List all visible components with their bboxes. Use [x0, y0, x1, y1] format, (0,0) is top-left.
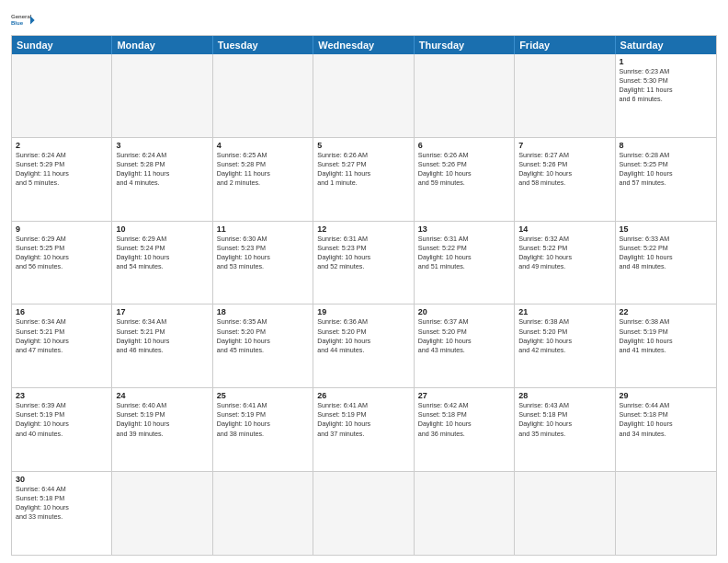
calendar-cell — [415, 472, 515, 555]
cell-info: Sunrise: 6:23 AM Sunset: 5:30 PM Dayligh… — [620, 67, 712, 104]
cell-info: Sunrise: 6:43 AM Sunset: 5:18 PM Dayligh… — [518, 401, 610, 438]
day-number: 6 — [418, 141, 510, 150]
cell-info: Sunrise: 6:24 AM Sunset: 5:28 PM Dayligh… — [116, 151, 208, 188]
calendar-cell — [515, 472, 615, 555]
calendar-row: 30Sunrise: 6:44 AM Sunset: 5:18 PM Dayli… — [12, 471, 716, 555]
day-number: 8 — [620, 141, 712, 150]
cell-info: Sunrise: 6:29 AM Sunset: 5:24 PM Dayligh… — [116, 235, 208, 271]
logo-icon: GeneralBlue — [11, 9, 37, 29]
calendar-body: 1Sunrise: 6:23 AM Sunset: 5:30 PM Daylig… — [12, 54, 716, 555]
cell-info: Sunrise: 6:27 AM Sunset: 5:26 PM Dayligh… — [518, 151, 610, 188]
cell-info: Sunrise: 6:31 AM Sunset: 5:22 PM Dayligh… — [418, 235, 510, 271]
calendar-cell — [213, 54, 313, 137]
day-number: 4 — [217, 141, 309, 150]
calendar-cell — [112, 472, 212, 555]
calendar-cell: 25Sunrise: 6:41 AM Sunset: 5:19 PM Dayli… — [213, 388, 313, 471]
calendar-cell: 12Sunrise: 6:31 AM Sunset: 5:23 PM Dayli… — [313, 222, 414, 304]
calendar-cell: 21Sunrise: 6:38 AM Sunset: 5:20 PM Dayli… — [515, 304, 615, 387]
calendar-cell: 10Sunrise: 6:29 AM Sunset: 5:24 PM Dayli… — [112, 222, 212, 304]
day-number: 16 — [16, 307, 108, 316]
day-number: 18 — [217, 307, 309, 316]
calendar-cell: 7Sunrise: 6:27 AM Sunset: 5:26 PM Daylig… — [515, 138, 615, 221]
day-number: 29 — [620, 391, 712, 400]
cell-info: Sunrise: 6:42 AM Sunset: 5:18 PM Dayligh… — [418, 401, 510, 438]
cell-info: Sunrise: 6:34 AM Sunset: 5:21 PM Dayligh… — [116, 317, 208, 354]
calendar-cell: 26Sunrise: 6:41 AM Sunset: 5:19 PM Dayli… — [313, 388, 414, 471]
page: GeneralBlue SundayMondayTuesdayWednesday… — [0, 0, 728, 563]
calendar-cell — [313, 472, 414, 555]
calendar-cell: 20Sunrise: 6:37 AM Sunset: 5:20 PM Dayli… — [415, 304, 515, 387]
calendar-cell: 4Sunrise: 6:25 AM Sunset: 5:28 PM Daylig… — [213, 138, 313, 221]
weekday-header: Monday — [112, 36, 212, 54]
calendar-cell: 3Sunrise: 6:24 AM Sunset: 5:28 PM Daylig… — [112, 138, 212, 221]
day-number: 15 — [620, 224, 712, 234]
calendar-cell: 27Sunrise: 6:42 AM Sunset: 5:18 PM Dayli… — [415, 388, 515, 471]
weekday-header: Friday — [515, 36, 615, 54]
calendar-row: 2Sunrise: 6:24 AM Sunset: 5:29 PM Daylig… — [12, 137, 716, 221]
day-number: 9 — [16, 224, 108, 234]
cell-info: Sunrise: 6:29 AM Sunset: 5:25 PM Dayligh… — [16, 235, 108, 271]
calendar-cell: 29Sunrise: 6:44 AM Sunset: 5:18 PM Dayli… — [616, 388, 716, 471]
day-number: 25 — [217, 391, 309, 400]
cell-info: Sunrise: 6:39 AM Sunset: 5:19 PM Dayligh… — [16, 401, 108, 438]
calendar-header: SundayMondayTuesdayWednesdayThursdayFrid… — [12, 36, 716, 54]
calendar-cell: 18Sunrise: 6:35 AM Sunset: 5:20 PM Dayli… — [213, 304, 313, 387]
calendar-row: 16Sunrise: 6:34 AM Sunset: 5:21 PM Dayli… — [12, 304, 716, 387]
cell-info: Sunrise: 6:40 AM Sunset: 5:19 PM Dayligh… — [116, 401, 208, 438]
calendar-cell — [112, 54, 212, 137]
cell-info: Sunrise: 6:41 AM Sunset: 5:19 PM Dayligh… — [217, 401, 309, 438]
calendar-row: 23Sunrise: 6:39 AM Sunset: 5:19 PM Dayli… — [12, 387, 716, 471]
day-number: 23 — [16, 391, 108, 400]
day-number: 21 — [518, 307, 610, 316]
calendar-cell: 8Sunrise: 6:28 AM Sunset: 5:25 PM Daylig… — [616, 138, 716, 221]
day-number: 22 — [620, 307, 712, 316]
calendar-cell: 23Sunrise: 6:39 AM Sunset: 5:19 PM Dayli… — [12, 388, 112, 471]
day-number: 24 — [116, 391, 208, 400]
day-number: 20 — [418, 307, 510, 316]
day-number: 26 — [317, 391, 409, 400]
cell-info: Sunrise: 6:32 AM Sunset: 5:22 PM Dayligh… — [518, 235, 610, 271]
day-number: 3 — [116, 141, 208, 150]
calendar-row: 9Sunrise: 6:29 AM Sunset: 5:25 PM Daylig… — [12, 221, 716, 304]
cell-info: Sunrise: 6:34 AM Sunset: 5:21 PM Dayligh… — [16, 317, 108, 354]
header: GeneralBlue — [11, 9, 717, 29]
calendar-cell — [616, 472, 716, 555]
calendar-cell: 15Sunrise: 6:33 AM Sunset: 5:22 PM Dayli… — [616, 222, 716, 304]
svg-marker-2 — [30, 16, 35, 24]
calendar-cell: 11Sunrise: 6:30 AM Sunset: 5:23 PM Dayli… — [213, 222, 313, 304]
calendar-cell: 24Sunrise: 6:40 AM Sunset: 5:19 PM Dayli… — [112, 388, 212, 471]
calendar-cell: 14Sunrise: 6:32 AM Sunset: 5:22 PM Dayli… — [515, 222, 615, 304]
weekday-header: Sunday — [12, 36, 112, 54]
calendar-cell: 17Sunrise: 6:34 AM Sunset: 5:21 PM Dayli… — [112, 304, 212, 387]
weekday-header: Saturday — [616, 36, 716, 54]
cell-info: Sunrise: 6:41 AM Sunset: 5:19 PM Dayligh… — [317, 401, 409, 438]
day-number: 27 — [418, 391, 510, 400]
day-number: 17 — [116, 307, 208, 316]
day-number: 13 — [418, 224, 510, 234]
cell-info: Sunrise: 6:44 AM Sunset: 5:18 PM Dayligh… — [16, 485, 108, 522]
cell-info: Sunrise: 6:28 AM Sunset: 5:25 PM Dayligh… — [620, 151, 712, 188]
calendar-cell: 2Sunrise: 6:24 AM Sunset: 5:29 PM Daylig… — [12, 138, 112, 221]
day-number: 28 — [518, 391, 610, 400]
weekday-header: Tuesday — [213, 36, 313, 54]
calendar-cell: 5Sunrise: 6:26 AM Sunset: 5:27 PM Daylig… — [313, 138, 414, 221]
calendar-row: 1Sunrise: 6:23 AM Sunset: 5:30 PM Daylig… — [12, 54, 716, 137]
calendar-cell — [213, 472, 313, 555]
calendar: SundayMondayTuesdayWednesdayThursdayFrid… — [11, 35, 717, 556]
day-number: 1 — [620, 57, 712, 66]
calendar-cell — [515, 54, 615, 137]
day-number: 30 — [16, 475, 108, 484]
calendar-cell: 30Sunrise: 6:44 AM Sunset: 5:18 PM Dayli… — [12, 472, 112, 555]
day-number: 2 — [16, 141, 108, 150]
day-number: 10 — [116, 224, 208, 234]
day-number: 19 — [317, 307, 409, 316]
cell-info: Sunrise: 6:30 AM Sunset: 5:23 PM Dayligh… — [217, 235, 309, 271]
calendar-cell — [313, 54, 414, 137]
day-number: 5 — [317, 141, 409, 150]
cell-info: Sunrise: 6:37 AM Sunset: 5:20 PM Dayligh… — [418, 317, 510, 354]
calendar-cell: 16Sunrise: 6:34 AM Sunset: 5:21 PM Dayli… — [12, 304, 112, 387]
svg-text:General: General — [11, 14, 32, 19]
cell-info: Sunrise: 6:36 AM Sunset: 5:20 PM Dayligh… — [317, 317, 409, 354]
calendar-cell: 28Sunrise: 6:43 AM Sunset: 5:18 PM Dayli… — [515, 388, 615, 471]
cell-info: Sunrise: 6:24 AM Sunset: 5:29 PM Dayligh… — [16, 151, 108, 188]
